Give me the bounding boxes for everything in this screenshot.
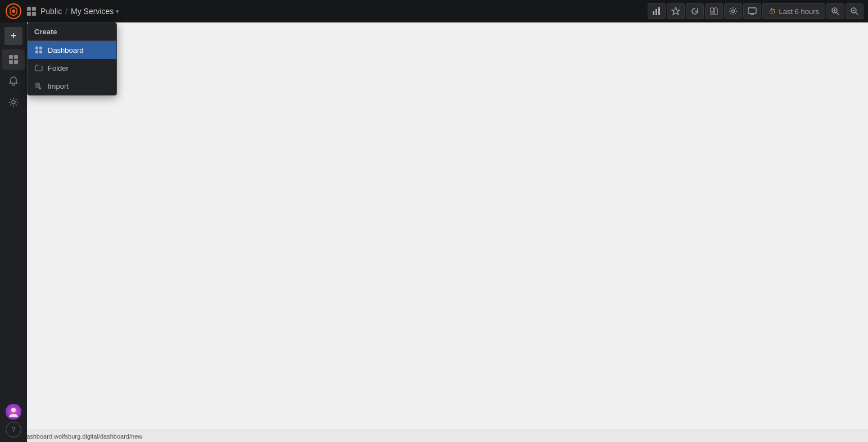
svg-rect-29 bbox=[35, 51, 38, 53]
time-range-button[interactable]: ⏱ Last 6 hours bbox=[762, 3, 825, 19]
create-dashboard-item[interactable]: Dashboard bbox=[28, 41, 116, 59]
notifications-icon bbox=[8, 76, 19, 86]
create-import-item[interactable]: Import bbox=[28, 77, 116, 95]
svg-line-18 bbox=[856, 12, 858, 15]
svg-rect-3 bbox=[655, 9, 657, 15]
sidebar-item-dashboards[interactable] bbox=[2, 49, 25, 70]
time-label: Last 6 hours bbox=[779, 7, 819, 16]
svg-point-9 bbox=[732, 10, 735, 13]
breadcrumb-chevron[interactable]: ▾ bbox=[116, 8, 119, 15]
add-button[interactable]: + bbox=[4, 27, 22, 45]
star-button[interactable] bbox=[667, 3, 685, 19]
app-logo[interactable] bbox=[4, 2, 22, 20]
zoom-in-icon bbox=[831, 7, 840, 16]
svg-marker-5 bbox=[672, 7, 680, 15]
svg-rect-8 bbox=[715, 8, 717, 15]
import-label: Import bbox=[48, 82, 69, 90]
zoom-in-button[interactable] bbox=[826, 3, 844, 19]
help-button[interactable]: ? bbox=[6, 422, 21, 438]
breadcrumb-separator: / bbox=[65, 7, 67, 16]
graph-icon bbox=[652, 7, 661, 16]
topbar-left: Public / My Services ▾ bbox=[0, 2, 648, 20]
dashboards-icon bbox=[8, 54, 19, 65]
sidebar-bottom: ? bbox=[6, 404, 21, 442]
svg-rect-20 bbox=[9, 55, 13, 59]
settings-button[interactable] bbox=[724, 3, 742, 19]
graph-button[interactable] bbox=[648, 3, 666, 19]
svg-point-1 bbox=[12, 10, 15, 13]
zoom-out-button[interactable] bbox=[846, 3, 864, 19]
svg-rect-22 bbox=[9, 60, 13, 64]
avatar[interactable] bbox=[6, 404, 21, 420]
user-icon bbox=[6, 404, 21, 420]
svg-point-26 bbox=[11, 408, 16, 412]
svg-line-14 bbox=[837, 12, 839, 15]
help-icon: ? bbox=[12, 426, 16, 434]
create-header: Create bbox=[28, 23, 116, 41]
share-button[interactable] bbox=[705, 3, 723, 19]
dashboard-menu-icon bbox=[34, 45, 43, 54]
svg-rect-30 bbox=[39, 51, 42, 53]
share-icon bbox=[709, 7, 718, 16]
import-icon bbox=[35, 82, 43, 90]
svg-rect-23 bbox=[14, 60, 18, 64]
svg-rect-21 bbox=[14, 55, 18, 59]
svg-rect-27 bbox=[35, 47, 38, 49]
svg-rect-28 bbox=[39, 47, 42, 49]
zoom-out-icon bbox=[850, 7, 859, 16]
logo-icon bbox=[6, 3, 21, 19]
folder-label: Folder bbox=[48, 64, 69, 72]
breadcrumb-grid-icon bbox=[27, 7, 36, 16]
settings-nav-icon bbox=[8, 97, 19, 107]
main-content bbox=[27, 22, 868, 442]
add-icon: + bbox=[11, 30, 17, 42]
tv-icon bbox=[748, 7, 757, 16]
star-icon bbox=[671, 7, 680, 16]
svg-rect-6 bbox=[711, 8, 713, 12]
breadcrumb: Public / My Services ▾ bbox=[27, 7, 119, 16]
svg-rect-10 bbox=[748, 8, 756, 13]
breadcrumb-public[interactable]: Public bbox=[40, 7, 62, 16]
refresh-button[interactable] bbox=[686, 3, 704, 19]
import-menu-icon bbox=[34, 81, 43, 90]
svg-rect-2 bbox=[653, 11, 654, 15]
settings-icon bbox=[729, 7, 738, 16]
folder-icon bbox=[35, 64, 43, 72]
create-dropdown: Create Dashboard Folder bbox=[27, 22, 117, 95]
topbar-right: ⏱ Last 6 hours bbox=[648, 3, 868, 19]
dashboard-label: Dashboard bbox=[48, 46, 84, 54]
folder-menu-icon bbox=[34, 63, 43, 72]
svg-rect-7 bbox=[711, 13, 713, 15]
dashboard-icon bbox=[35, 46, 43, 54]
topbar: Public / My Services ▾ bbox=[0, 0, 868, 22]
svg-rect-4 bbox=[658, 7, 660, 15]
clock-icon: ⏱ bbox=[768, 7, 776, 16]
tv-button[interactable] bbox=[743, 3, 761, 19]
svg-point-24 bbox=[12, 101, 15, 104]
status-bar: https://dashboard.wolfsburg.digital/dash… bbox=[0, 430, 868, 442]
create-folder-item[interactable]: Folder bbox=[28, 59, 116, 77]
breadcrumb-current[interactable]: My Services bbox=[71, 7, 114, 16]
refresh-icon bbox=[690, 7, 699, 16]
sidebar-item-notifications[interactable] bbox=[2, 71, 25, 91]
sidebar: + bbox=[0, 22, 27, 442]
svg-rect-31 bbox=[36, 83, 39, 88]
sidebar-item-settings[interactable] bbox=[2, 92, 25, 112]
